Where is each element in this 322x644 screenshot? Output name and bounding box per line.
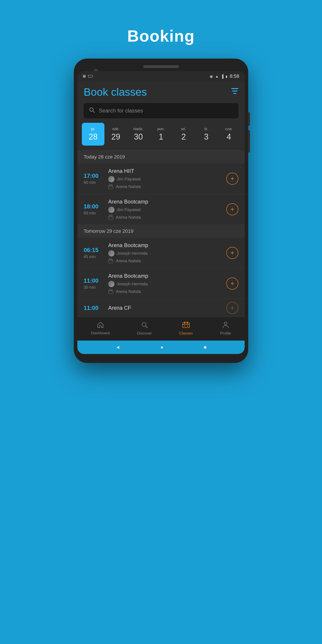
venue-name-1: Arena Nahda [116,215,141,220]
status-bar: 8:58 [77,71,245,82]
nav-label-discover: Discover [137,331,152,336]
plus-icon-3: + [230,280,234,287]
trainer-avatar-1 [108,206,114,213]
date-item-2[interactable]: niedz. 30 [127,123,150,146]
search-placeholder-text: Search for classes [99,108,143,114]
class-name-3: Arena Bootcamp [108,273,222,279]
status-dot-1 [83,75,86,78]
app-header: Book classes [77,82,245,100]
venue-icon-0 [108,184,114,190]
nav-label-classes: Classes [179,331,193,336]
venue-name-2: Arena Nahda [116,258,141,264]
add-class-button-3[interactable]: + [226,278,238,290]
class-item-1[interactable]: 18:00 60 min Arena Bootcamp Jim Payawal [77,194,245,225]
class-item-3[interactable]: 11:00 30 min Arena Bootcamp Joseph Hermi… [77,268,245,299]
svg-rect-5 [108,185,113,189]
plus-icon-2: + [230,250,234,256]
date-number-1: 29 [111,132,120,142]
class-info-1: Arena Bootcamp Jim Payawal Arena N [108,198,222,220]
android-recents-button[interactable]: ■ [204,344,206,350]
date-item-0[interactable]: pt. 28 [82,123,104,146]
class-name-2: Arena Bootcamp [108,242,222,248]
trainer-name-2: Joseph Hermida [117,251,148,256]
class-time-3: 11:00 [84,277,104,284]
class-duration-0: 60 min [84,180,104,185]
dashboard-icon [97,322,104,330]
date-item-3[interactable]: pon. 1 [150,123,172,146]
class-venue-3: Arena Nahda [108,289,222,294]
date-day-name-5: śr. [204,127,208,131]
svg-rect-2 [233,93,236,94]
status-right: 8:58 [210,73,239,79]
class-time-block-2: 06:15 45 min [84,247,104,259]
add-class-button-0[interactable]: + [226,173,238,185]
svg-rect-13 [108,260,113,263]
add-class-button-2[interactable]: + [226,247,238,259]
android-back-button[interactable]: ◄ [116,344,120,350]
speaker-grille [143,65,179,68]
date-strip: pt. 28 sob. 29 niedz. 30 pon. 1 wt. 2 śr… [77,123,245,150]
class-time-1: 18:00 [84,203,104,210]
add-class-button-1[interactable]: + [226,203,238,215]
search-icon [89,107,95,114]
class-time-block-4: 11:00 [84,304,104,312]
trainer-avatar-3 [108,281,114,287]
tomorrow-section-header: Tomorrow 29 cze 2019 [77,225,245,238]
svg-rect-1 [232,90,238,92]
nav-item-classes[interactable]: Classes [175,320,197,337]
svg-rect-25 [187,322,188,324]
date-number-3: 1 [159,132,163,142]
class-time-block-0: 17:00 60 min [84,172,104,185]
class-trainer-3: Joseph Hermida [108,281,222,287]
class-time-block-1: 18:00 60 min [84,203,104,216]
class-duration-3: 30 min [84,285,104,290]
date-number-5: 3 [204,132,208,142]
today-section-header: Today 28 cze 2019 [77,150,245,164]
class-time-0: 17:00 [84,172,104,179]
nav-item-discover[interactable]: Discover [132,320,156,337]
class-item-0[interactable]: 17:00 60 min Arena HIIT Jim Payawal [77,164,245,194]
class-trainer-0: Jim Payawal [108,176,222,182]
svg-rect-17 [108,290,113,294]
app-title: Book classes [84,86,147,98]
svg-rect-23 [183,323,190,328]
class-item-2[interactable]: 06:15 45 min Arena Bootcamp Joseph Hermi… [77,238,245,268]
venue-icon-2 [108,258,114,264]
status-left-icons [83,75,92,78]
search-bar[interactable]: Search for classes [84,103,238,118]
phone-shell: 8:58 Book classes [74,58,248,363]
trainer-name-3: Joseph Hermida [117,282,148,286]
date-item-1[interactable]: sob. 29 [104,123,127,146]
plus-icon-1: + [230,206,234,213]
class-item-4-partial[interactable]: 11:00 Arena CF + [77,299,245,317]
add-class-button-4[interactable]: + [226,302,238,314]
side-button-volume [248,130,250,152]
date-number-2: 30 [134,132,143,142]
nav-label-dashboard: Dashboard [91,331,110,336]
svg-rect-0 [231,88,238,89]
date-day-name-0: pt. [91,127,95,131]
class-time-2: 06:15 [84,247,104,254]
wifi-icon [215,74,219,79]
signal-icon [221,74,224,79]
filter-icon[interactable] [231,88,238,96]
date-item-5[interactable]: śr. 3 [195,123,218,146]
trainer-name-0: Jim Payawal [117,177,141,182]
class-info-2: Arena Bootcamp Joseph Hermida Aren [108,242,222,264]
bottom-nav: Dashboard Discover [77,317,245,340]
date-day-name-2: niedz. [133,127,143,131]
date-item-4[interactable]: wt. 2 [172,123,195,146]
nav-item-dashboard[interactable]: Dashboard [86,320,114,337]
nav-item-profile[interactable]: Profile [216,320,236,337]
location-icon [210,74,213,79]
trainer-avatar-0 [108,176,114,182]
discover-icon [141,322,148,330]
class-venue-2: Arena Nahda [108,258,222,264]
date-item-6[interactable]: czw. 4 [218,123,240,146]
status-battery-small [88,75,92,78]
android-home-button[interactable]: ● [160,344,164,350]
svg-rect-9 [108,216,113,219]
date-day-name-6: czw. [225,127,232,131]
battery-icon [226,74,228,79]
side-button-power [248,112,250,126]
